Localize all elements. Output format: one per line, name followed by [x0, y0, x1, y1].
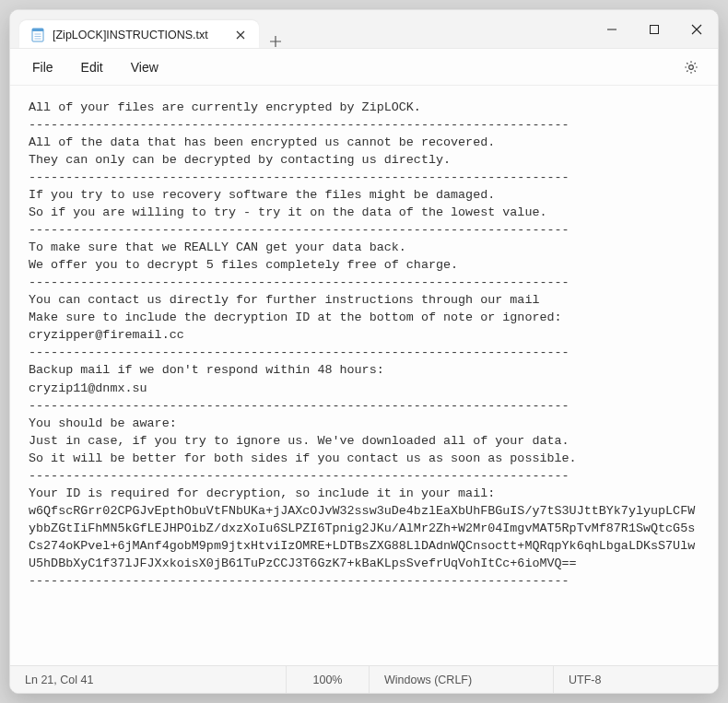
status-zoom[interactable]: 100%: [287, 666, 370, 693]
notepad-window: [ZipLOCK]INSTRUCTIONS.txt File Edit: [9, 9, 719, 694]
svg-point-6: [689, 64, 694, 69]
window-controls: [591, 10, 718, 48]
menu-view[interactable]: View: [120, 54, 170, 80]
svg-rect-1: [32, 29, 43, 31]
menubar: File Edit View: [10, 49, 718, 86]
menu-edit[interactable]: Edit: [70, 54, 114, 80]
tab-strip: [ZipLOCK]INSTRUCTIONS.txt: [10, 10, 292, 48]
tab-title: [ZipLOCK]INSTRUCTIONS.txt: [53, 29, 226, 41]
titlebar-drag-region[interactable]: [292, 10, 591, 48]
status-line-ending[interactable]: Windows (CRLF): [370, 666, 554, 693]
maximize-button[interactable]: [633, 10, 675, 48]
minimize-button[interactable]: [591, 10, 633, 48]
statusbar: Ln 21, Col 41 100% Windows (CRLF) UTF-8: [10, 665, 718, 693]
settings-button[interactable]: [675, 52, 707, 83]
status-encoding[interactable]: UTF-8: [554, 666, 718, 693]
tab-active[interactable]: [ZipLOCK]INSTRUCTIONS.txt: [19, 20, 259, 48]
tab-close-button[interactable]: [233, 28, 248, 42]
svg-rect-5: [651, 25, 659, 33]
status-cursor-position: Ln 21, Col 41: [10, 666, 287, 693]
close-button[interactable]: [675, 10, 718, 48]
menu-file[interactable]: File: [21, 54, 65, 80]
notepad-icon: [30, 28, 45, 42]
text-area[interactable]: All of your files are currently encrypte…: [10, 86, 718, 665]
titlebar: [ZipLOCK]INSTRUCTIONS.txt: [10, 10, 718, 49]
new-tab-button[interactable]: [259, 35, 292, 48]
